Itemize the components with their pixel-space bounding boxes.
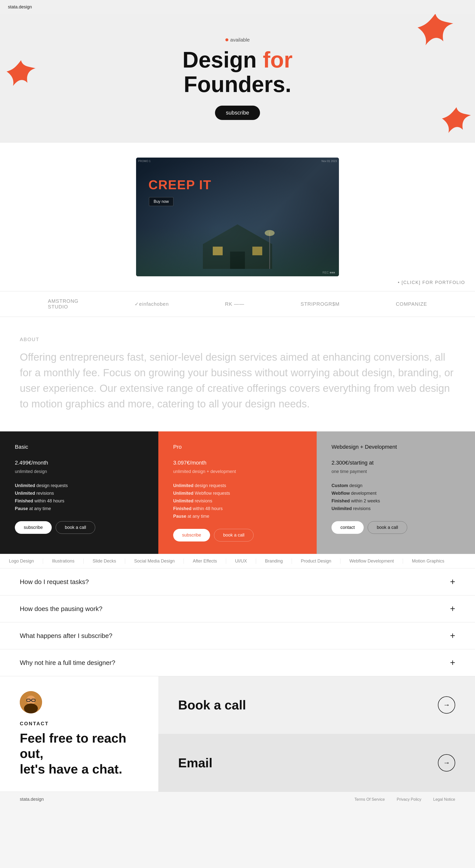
portfolio-video-frame: PROMO 1 Nov 01 2023 CREEP IT bbox=[136, 158, 339, 276]
footer-legal[interactable]: Legal Notice bbox=[433, 797, 455, 802]
contact-label: CONTACT bbox=[20, 721, 139, 726]
dev-contact-button[interactable]: contact bbox=[331, 521, 364, 534]
book-call-link[interactable]: Book a call → bbox=[158, 676, 475, 734]
dev-feature-4: Unlimited revisions bbox=[331, 506, 460, 511]
contact-section: CONTACT Feel free to reach out, let's ha… bbox=[0, 676, 475, 792]
portfolio-section: PROMO 1 Nov 01 2023 CREEP IT bbox=[0, 143, 475, 291]
service-webflow[interactable]: Webflow Development bbox=[340, 559, 403, 564]
faq-item-3[interactable]: What happens after I subscribe? + bbox=[0, 622, 475, 649]
hero-title-for: for bbox=[263, 48, 293, 72]
navbar: stata.design bbox=[0, 0, 475, 14]
service-product-design[interactable]: Product Design bbox=[292, 559, 340, 564]
dev-actions: contact book a call bbox=[331, 521, 460, 534]
pro-price: 3.097€/month bbox=[173, 453, 302, 467]
contact-heading: Feel free to reach out, let's have a cha… bbox=[20, 731, 139, 777]
pro-plan-label: Pro bbox=[173, 444, 302, 450]
service-after-effects[interactable]: After Effects bbox=[184, 559, 226, 564]
dev-plan-label: Webdesign + Development bbox=[331, 444, 460, 450]
service-uiux[interactable]: UI/UX bbox=[226, 559, 256, 564]
footer-links: Terms Of Service Privacy Policy Legal No… bbox=[355, 797, 455, 802]
pro-actions: subscribe book a call bbox=[173, 529, 302, 541]
service-illustrations[interactable]: Illustrations bbox=[43, 559, 84, 564]
contact-heading-line1: Feel free to reach out, bbox=[20, 731, 126, 761]
basic-features: Unlimited design requests Unlimited revi… bbox=[15, 483, 144, 511]
faq-question-4: Why not hire a full time designer? bbox=[20, 659, 115, 666]
email-arrow-icon: → bbox=[438, 754, 455, 772]
available-text: available bbox=[230, 37, 250, 43]
email-link[interactable]: Email → bbox=[158, 734, 475, 792]
pro-subscribe-button[interactable]: subscribe bbox=[173, 529, 210, 541]
faq-item-4[interactable]: Why not hire a full time designer? + bbox=[0, 649, 475, 676]
pro-features: Unlimited design requests Unlimited Webf… bbox=[173, 483, 302, 519]
logos-bar: AMSTRONGSTUDIO ✓einfachoben RK —— STRIPR… bbox=[0, 291, 475, 317]
pricing-pro: Pro 3.097€/month unlimited design + deve… bbox=[158, 431, 317, 554]
portfolio-link[interactable]: • [CLICK] FOR PORTFOLIO bbox=[398, 280, 465, 285]
svg-rect-1 bbox=[230, 252, 245, 269]
logo-rk: RK —— bbox=[225, 301, 244, 307]
footer-privacy[interactable]: Privacy Policy bbox=[396, 797, 421, 802]
pro-feature-3: Unlimited revisions bbox=[173, 498, 302, 504]
dev-desc: one time payment bbox=[331, 469, 460, 474]
footer-terms[interactable]: Terms Of Service bbox=[355, 797, 385, 802]
basic-actions: subscribe book a call bbox=[15, 521, 144, 534]
hero-title: Design for Founders. bbox=[182, 48, 292, 97]
service-logo-design[interactable]: Logo Design bbox=[0, 559, 43, 564]
basic-book-button[interactable]: book a call bbox=[56, 521, 95, 534]
basic-price-period: /month bbox=[31, 460, 48, 466]
faq-expand-icon-4: + bbox=[450, 658, 455, 667]
faq-item-1[interactable]: How do I request tasks? + bbox=[0, 568, 475, 595]
hero-title-design: Design bbox=[182, 48, 263, 72]
service-slide-decks[interactable]: Slide Decks bbox=[84, 559, 125, 564]
dev-features: Custom design Webflow development Finish… bbox=[331, 483, 460, 511]
pricing-section: Basic 2.499€/month unlimited design Unli… bbox=[0, 431, 475, 554]
service-motion-graphics[interactable]: Motion Graphics bbox=[403, 559, 453, 564]
basic-feature-2: Unlimited revisions bbox=[15, 491, 144, 496]
faq-expand-icon-2: + bbox=[450, 604, 455, 613]
book-call-text: Book a call bbox=[178, 698, 246, 712]
basic-feature-1: Unlimited design requests bbox=[15, 483, 144, 488]
dev-price-period: /starting at bbox=[348, 460, 374, 466]
pro-price-value: 3.097€ bbox=[173, 460, 190, 466]
nav-logo: stata.design bbox=[8, 4, 32, 10]
pro-feature-4: Finished within 48 hours bbox=[173, 506, 302, 511]
services-strip: Logo Design Illustrations Slide Decks So… bbox=[0, 554, 475, 568]
pro-feature-2: Unlimited Webflow requests bbox=[173, 491, 302, 496]
pro-book-button[interactable]: book a call bbox=[214, 529, 254, 541]
pro-price-period: /month bbox=[190, 460, 206, 466]
faq-question-3: What happens after I subscribe? bbox=[20, 632, 112, 640]
dev-book-button[interactable]: book a call bbox=[368, 521, 407, 534]
hero-title-founders: Founders. bbox=[184, 72, 291, 97]
dev-price: 2.300€/starting at bbox=[331, 453, 460, 467]
footer-logo: stata.design bbox=[20, 797, 44, 802]
logo-einfach: ✓einfachoben bbox=[135, 301, 169, 307]
svg-point-5 bbox=[265, 230, 275, 236]
about-section: ABOUT Offering entrepreneurs fast, senio… bbox=[0, 317, 475, 431]
pricing-basic: Basic 2.499€/month unlimited design Unli… bbox=[0, 431, 158, 554]
portfolio-hud-right: Nov 01 2023 bbox=[322, 160, 337, 162]
subscribe-button[interactable]: subscribe bbox=[215, 105, 260, 120]
service-social-media[interactable]: Social Media Design bbox=[125, 559, 184, 564]
basic-subscribe-button[interactable]: subscribe bbox=[15, 521, 52, 534]
about-text: Offering entrepreneurs fast, senior-leve… bbox=[20, 349, 455, 412]
dev-feature-3: Finished within 2 weeks bbox=[331, 498, 460, 504]
portfolio-hud-left: PROMO 1 bbox=[138, 160, 151, 162]
service-branding[interactable]: Branding bbox=[256, 559, 292, 564]
dev-price-value: 2.300€ bbox=[331, 460, 348, 466]
logo-striprogrsm: STRIPROGR$M bbox=[301, 301, 340, 307]
pro-feature-5: Pause at any time bbox=[173, 514, 302, 519]
faq-item-2[interactable]: How does the pausing work? + bbox=[0, 595, 475, 622]
basic-feature-4: Pause at any time bbox=[15, 506, 144, 511]
dev-feature-2: Webflow development bbox=[331, 491, 460, 496]
logo-amstrong: AMSTRONGSTUDIO bbox=[48, 298, 79, 310]
email-text: Email bbox=[178, 755, 212, 770]
buy-now-button[interactable]: Buy now bbox=[149, 197, 173, 206]
basic-plan-label: Basic bbox=[15, 444, 144, 450]
svg-rect-3 bbox=[253, 247, 262, 255]
availability-badge: available bbox=[226, 37, 250, 43]
star-decoration-top-right bbox=[416, 14, 455, 51]
star-decoration-left bbox=[5, 59, 37, 91]
portfolio-frame[interactable]: PROMO 1 Nov 01 2023 CREEP IT bbox=[136, 158, 339, 276]
faq-section: How do I request tasks? + How does the p… bbox=[0, 568, 475, 676]
dev-feature-1: Custom design bbox=[331, 483, 460, 488]
basic-feature-3: Finished within 48 hours bbox=[15, 498, 144, 504]
